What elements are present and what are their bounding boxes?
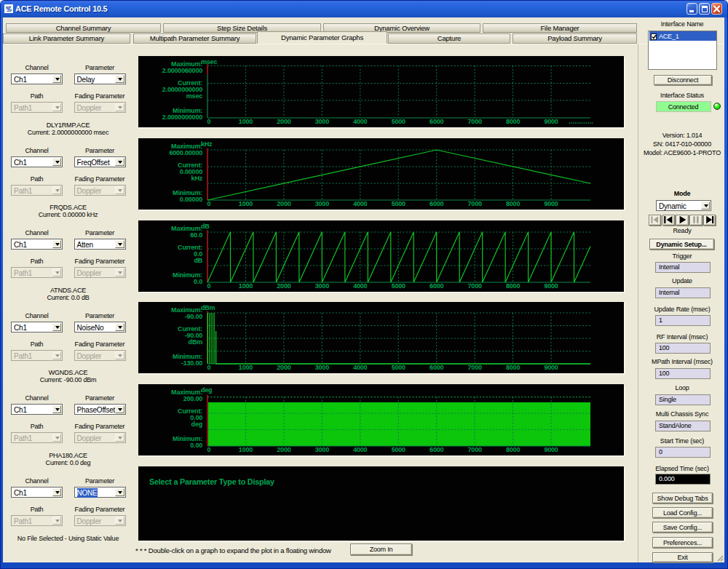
svg-text:-90.00: -90.00 — [185, 313, 203, 320]
svg-text:6000.00000: 6000.00000 — [169, 149, 202, 156]
svg-text:dBm: dBm — [189, 338, 203, 346]
svg-text:9000: 9000 — [544, 364, 558, 371]
svg-text:8000: 8000 — [506, 118, 520, 125]
svg-text:0.0: 0.0 — [194, 277, 202, 284]
svg-text:9000: 9000 — [544, 200, 558, 207]
svg-text:0: 0 — [207, 364, 211, 371]
svg-text:5000: 5000 — [392, 282, 405, 290]
svg-text:7000: 7000 — [468, 364, 482, 371]
svg-text:kHz: kHz — [201, 140, 213, 148]
svg-text:2.0000000000: 2.0000000000 — [162, 86, 202, 93]
svg-text:3000: 3000 — [315, 364, 329, 371]
svg-text:3000: 3000 — [315, 118, 329, 125]
svg-text:deg: deg — [201, 386, 212, 394]
svg-text:6000: 6000 — [430, 118, 443, 125]
svg-text:msec: msec — [186, 92, 202, 100]
svg-text:5000: 5000 — [392, 200, 405, 207]
svg-text:dBm: dBm — [201, 304, 215, 311]
svg-text:7000: 7000 — [468, 282, 482, 290]
svg-text:6000: 6000 — [430, 364, 443, 371]
svg-text:3000: 3000 — [315, 282, 329, 290]
svg-text:2.0000060000: 2.0000060000 — [162, 67, 202, 74]
svg-text:deg: deg — [191, 421, 202, 428]
svg-text:1000: 1000 — [239, 200, 253, 207]
svg-text:2000: 2000 — [277, 364, 290, 371]
svg-text:7000: 7000 — [468, 200, 482, 207]
svg-text:1000: 1000 — [239, 446, 253, 453]
svg-text:0: 0 — [207, 200, 211, 207]
svg-text:3000: 3000 — [315, 446, 329, 453]
svg-text:200.00: 200.00 — [183, 395, 203, 402]
svg-text:-130.00: -130.00 — [181, 359, 202, 367]
svg-text:4000: 4000 — [353, 200, 367, 207]
svg-text:7000: 7000 — [468, 446, 482, 453]
svg-text:2000: 2000 — [277, 200, 290, 207]
svg-text:0.0: 0.0 — [194, 250, 202, 257]
svg-text:2000: 2000 — [277, 118, 290, 125]
svg-text:1000: 1000 — [239, 118, 253, 125]
svg-text:0.00000: 0.00000 — [180, 168, 202, 175]
svg-text:4000: 4000 — [353, 364, 367, 371]
svg-text:2.0000000000: 2.0000000000 — [162, 114, 202, 121]
svg-text:7000: 7000 — [468, 118, 482, 125]
svg-text:6000: 6000 — [430, 200, 443, 207]
svg-text:0: 0 — [207, 282, 211, 290]
svg-text:dB: dB — [201, 223, 210, 230]
svg-text:dB: dB — [194, 257, 202, 264]
svg-text:5000: 5000 — [392, 118, 405, 125]
svg-text:5000: 5000 — [392, 446, 405, 453]
svg-text:0: 0 — [207, 446, 211, 453]
svg-text:0.00: 0.00 — [190, 442, 202, 449]
svg-text:1000: 1000 — [239, 282, 253, 290]
svg-text:3000: 3000 — [315, 200, 329, 207]
svg-text:0.00000: 0.00000 — [180, 196, 202, 203]
svg-text:8000: 8000 — [506, 446, 520, 453]
svg-text:8000: 8000 — [506, 200, 520, 207]
svg-text:0.00: 0.00 — [190, 414, 202, 421]
svg-text:kHz: kHz — [191, 175, 203, 182]
svg-text:-90.00: -90.00 — [185, 332, 203, 339]
svg-text:60.0: 60.0 — [190, 231, 202, 238]
svg-text:6000: 6000 — [430, 282, 443, 290]
svg-text:9000: 9000 — [544, 282, 558, 290]
svg-text:4000: 4000 — [353, 118, 367, 125]
svg-text:1000: 1000 — [239, 364, 253, 371]
svg-text:4000: 4000 — [353, 282, 367, 290]
svg-text:msec: msec — [201, 58, 217, 65]
svg-text:2000: 2000 — [277, 282, 290, 290]
svg-text:0: 0 — [207, 118, 211, 125]
svg-text:6000: 6000 — [430, 446, 443, 453]
svg-text:4000: 4000 — [353, 446, 367, 453]
svg-text:Select a Parameter Type to Dis: Select a Parameter Type to Display — [149, 477, 274, 486]
svg-text:9000: 9000 — [544, 446, 558, 453]
svg-text:9000: 9000 — [544, 118, 558, 125]
svg-text:8000: 8000 — [506, 364, 520, 371]
svg-text:5000: 5000 — [392, 364, 405, 371]
svg-text:2000: 2000 — [277, 446, 290, 453]
svg-text:8000: 8000 — [506, 282, 520, 290]
